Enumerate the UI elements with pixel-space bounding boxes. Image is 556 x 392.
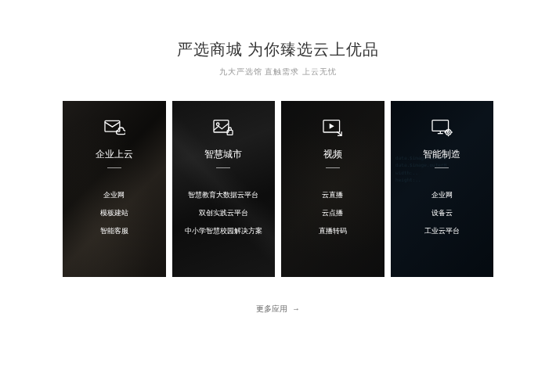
more-label: 更多应用 xyxy=(256,304,287,313)
display-gear-icon xyxy=(431,118,453,137)
card-title: 视频 xyxy=(323,148,342,161)
card-smart-manufacturing[interactable]: 智能制造 企业网 设备云 工业云平台 xyxy=(391,101,494,277)
card-divider xyxy=(326,167,340,168)
video-play-icon xyxy=(322,118,344,137)
card-divider xyxy=(216,167,230,168)
more-section: 更多应用→ xyxy=(0,300,556,315)
card-item[interactable]: 云点播 xyxy=(322,208,343,218)
card-item[interactable]: 设备云 xyxy=(431,208,453,218)
card-item[interactable]: 中小学智慧校园解决方案 xyxy=(185,226,262,236)
card-enterprise-cloud[interactable]: 企业上云 企业网 模板建站 智能客服 xyxy=(63,101,166,277)
card-item[interactable]: 双创实践云平台 xyxy=(199,208,248,218)
image-lock-icon xyxy=(212,118,234,137)
card-smart-city[interactable]: 智慧城市 智慧教育大数据云平台 双创实践云平台 中小学智慧校园解决方案 xyxy=(172,101,276,277)
card-title: 智能制造 xyxy=(423,148,460,161)
card-divider xyxy=(107,167,121,168)
card-title: 企业上云 xyxy=(96,148,133,161)
card-item[interactable]: 直播转码 xyxy=(319,226,347,236)
arrow-right-icon: → xyxy=(292,304,300,313)
page-title: 严选商城 为你臻选云上优品 xyxy=(0,39,556,60)
svg-point-7 xyxy=(448,131,450,134)
section-header: 严选商城 为你臻选云上优品 九大严选馆 直触需求 上云无忧 xyxy=(0,39,556,77)
card-item[interactable]: 企业网 xyxy=(431,190,453,200)
svg-point-2 xyxy=(217,123,219,125)
card-video[interactable]: 视频 云直播 云点播 直播转码 xyxy=(281,101,385,277)
card-item[interactable]: 云直播 xyxy=(322,190,343,200)
card-item[interactable]: 智能客服 xyxy=(100,226,128,236)
card-item[interactable]: 模板建站 xyxy=(100,208,128,218)
card-item[interactable]: 企业网 xyxy=(103,190,125,200)
svg-rect-1 xyxy=(214,120,229,132)
card-title: 智慧城市 xyxy=(204,148,242,161)
card-divider xyxy=(435,167,449,168)
card-grid: 企业上云 企业网 模板建站 智能客服 智慧城市 智慧教育大数据云平台 xyxy=(0,101,556,277)
card-item[interactable]: 工业云平台 xyxy=(424,226,460,236)
envelope-cloud-icon xyxy=(103,118,125,137)
card-item[interactable]: 智慧教育大数据云平台 xyxy=(188,190,258,200)
page-subtitle: 九大严选馆 直触需求 上云无忧 xyxy=(0,67,556,77)
more-apps-link[interactable]: 更多应用→ xyxy=(256,304,300,313)
svg-rect-5 xyxy=(432,120,449,131)
